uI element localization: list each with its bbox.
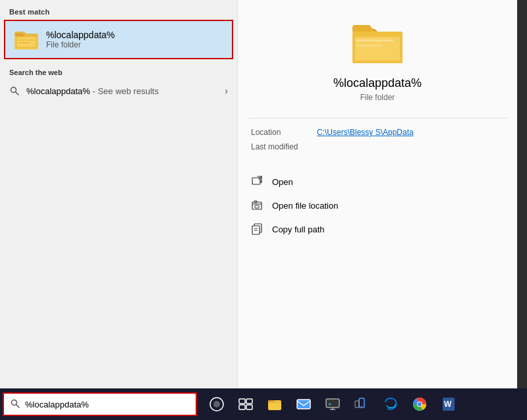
open-icon <box>251 175 264 188</box>
best-match-text: %localappdata% File folder <box>46 30 115 49</box>
best-match-type: File folder <box>46 40 115 49</box>
svg-point-38 <box>361 406 362 407</box>
info-grid: Location C:\Users\Blessy S\AppData Last … <box>238 128 517 157</box>
svg-line-10 <box>16 92 19 95</box>
location-row: Location C:\Users\Blessy S\AppData <box>251 128 504 137</box>
taskbar: %localappdata% <box>0 388 527 420</box>
svg-rect-8 <box>18 42 30 43</box>
action-copy-full-path-label: Copy full path <box>272 224 325 234</box>
action-copy-full-path[interactable]: Copy full path <box>251 217 504 241</box>
svg-rect-7 <box>18 39 34 41</box>
action-open-label: Open <box>272 177 293 187</box>
web-suffix: - See web results <box>90 86 159 96</box>
svg-point-42 <box>418 402 422 406</box>
folder-icon-large <box>351 20 404 66</box>
svg-rect-14 <box>356 45 383 47</box>
best-match-label: Best match <box>0 0 237 20</box>
right-panel: %localappdata% File folder Location C:\U… <box>237 0 517 388</box>
file-explorer-button[interactable] <box>262 391 288 417</box>
result-subtitle: File folder <box>360 93 395 102</box>
search-icon <box>9 86 20 96</box>
last-modified-row: Last modified <box>251 142 504 151</box>
web-result-item[interactable]: %localappdata% - See web results › <box>0 80 237 101</box>
svg-text:W: W <box>444 400 452 409</box>
taskbar-search-bar[interactable]: %localappdata% <box>3 392 197 416</box>
web-result-text: %localappdata% - See web results <box>26 86 159 96</box>
action-open-file-location[interactable]: Open file location <box>251 194 504 217</box>
action-open[interactable]: Open <box>251 170 504 194</box>
chrome-button[interactable] <box>406 391 433 417</box>
svg-rect-39 <box>355 401 359 407</box>
cortana-button[interactable] <box>204 391 230 417</box>
divider <box>248 118 507 118</box>
chevron-icon: › <box>225 86 228 96</box>
phone-link-button[interactable] <box>348 391 375 417</box>
copy-path-icon <box>251 223 264 236</box>
svg-rect-13 <box>356 39 393 41</box>
svg-line-24 <box>16 404 20 407</box>
remote-desktop-button[interactable]: ► <box>319 391 346 417</box>
task-view-button[interactable] <box>233 391 259 417</box>
svg-rect-28 <box>246 399 252 404</box>
start-menu: Best match %localappdat <box>0 0 517 388</box>
last-modified-label: Last modified <box>251 142 317 151</box>
svg-rect-29 <box>239 405 245 409</box>
folder-icon-small <box>14 28 38 51</box>
svg-rect-27 <box>239 399 245 404</box>
edge-button[interactable] <box>377 391 404 417</box>
taskbar-search-text: %localappdata% <box>25 400 89 409</box>
result-title: %localappdata% <box>333 76 422 90</box>
action-list: Open Open file location <box>238 170 517 241</box>
mail-button[interactable] <box>291 391 317 417</box>
open-file-location-icon <box>251 199 264 212</box>
action-open-file-location-label: Open file location <box>272 201 338 211</box>
taskbar-icons: ► <box>204 391 462 417</box>
word-button[interactable]: W <box>435 391 462 417</box>
web-query: %localappdata% <box>26 86 90 96</box>
best-match-title: %localappdata% <box>46 30 115 40</box>
location-label: Location <box>251 128 317 137</box>
svg-rect-18 <box>255 205 259 208</box>
svg-rect-32 <box>297 400 310 409</box>
svg-text:►: ► <box>328 402 333 406</box>
location-value[interactable]: C:\Users\Blessy S\AppData <box>317 128 414 137</box>
web-section-label: Search the web <box>0 59 237 80</box>
taskbar-search-icon <box>11 399 20 410</box>
svg-rect-30 <box>246 405 252 409</box>
best-match-item[interactable]: %localappdata% File folder <box>4 20 233 59</box>
svg-point-26 <box>213 401 220 407</box>
left-panel: Best match %localappdat <box>0 0 237 388</box>
